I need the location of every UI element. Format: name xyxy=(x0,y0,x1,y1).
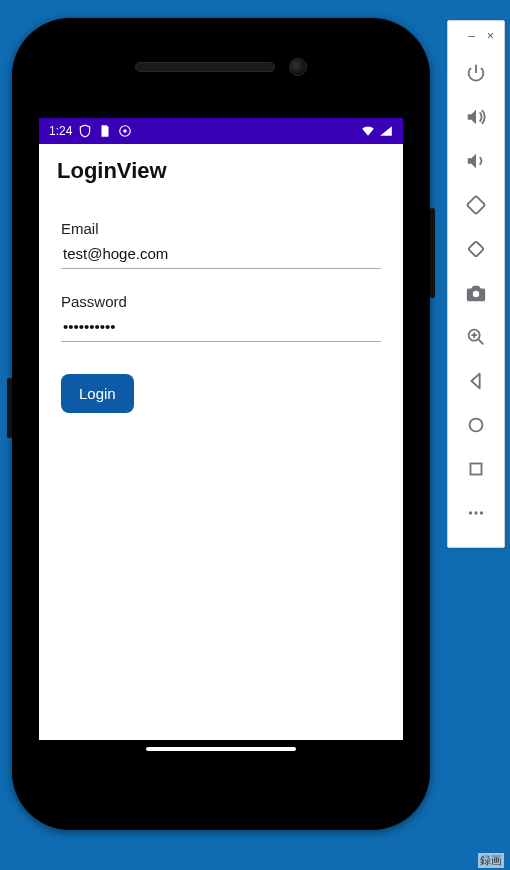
svg-point-2 xyxy=(473,291,479,297)
emulator-titlebar: – × xyxy=(448,25,504,51)
wifi-icon xyxy=(361,124,375,138)
power-icon[interactable] xyxy=(448,51,504,95)
emulator-toolbar: – × xyxy=(447,20,505,548)
debug-icon xyxy=(118,124,132,138)
shield-icon xyxy=(78,124,92,138)
volume-down-icon[interactable] xyxy=(448,139,504,183)
volume-up-icon[interactable] xyxy=(448,95,504,139)
login-button[interactable]: Login xyxy=(61,374,134,413)
back-icon[interactable] xyxy=(448,359,504,403)
phone-side-button-right xyxy=(430,208,435,298)
password-label: Password xyxy=(61,293,381,310)
nav-pill-icon[interactable] xyxy=(146,747,296,751)
recording-indicator: 録画 xyxy=(478,853,504,868)
login-form: Email Password Login xyxy=(39,196,403,431)
phone-earpiece-area xyxy=(135,58,307,76)
close-button[interactable]: × xyxy=(487,29,494,43)
more-icon[interactable] xyxy=(448,491,504,535)
android-navbar[interactable] xyxy=(39,740,403,758)
minimize-button[interactable]: – xyxy=(468,29,475,43)
svg-rect-0 xyxy=(467,196,485,214)
rotate-left-icon[interactable] xyxy=(448,183,504,227)
app-title: LoginView xyxy=(39,144,403,196)
front-camera-icon xyxy=(289,58,307,76)
svg-point-4 xyxy=(470,419,483,432)
zoom-in-icon[interactable] xyxy=(448,315,504,359)
email-field[interactable] xyxy=(61,237,381,269)
password-field[interactable] xyxy=(61,310,381,342)
svg-rect-1 xyxy=(468,241,484,257)
home-icon[interactable] xyxy=(448,403,504,447)
svg-point-8 xyxy=(480,511,483,514)
phone-frame: 1:24 LoginView Email Password Login xyxy=(12,18,430,830)
status-time: 1:24 xyxy=(49,124,72,138)
phone-screen: 1:24 LoginView Email Password Login xyxy=(39,118,403,758)
svg-point-10 xyxy=(124,129,128,133)
signal-icon xyxy=(379,124,393,138)
phone-side-button-left xyxy=(7,378,12,438)
svg-point-6 xyxy=(469,511,472,514)
status-bar: 1:24 xyxy=(39,118,403,144)
sd-card-icon xyxy=(98,124,112,138)
camera-icon[interactable] xyxy=(448,271,504,315)
svg-point-7 xyxy=(474,511,477,514)
earpiece-icon xyxy=(135,62,275,72)
svg-rect-5 xyxy=(471,464,482,475)
rotate-right-icon[interactable] xyxy=(448,227,504,271)
email-label: Email xyxy=(61,220,381,237)
overview-icon[interactable] xyxy=(448,447,504,491)
